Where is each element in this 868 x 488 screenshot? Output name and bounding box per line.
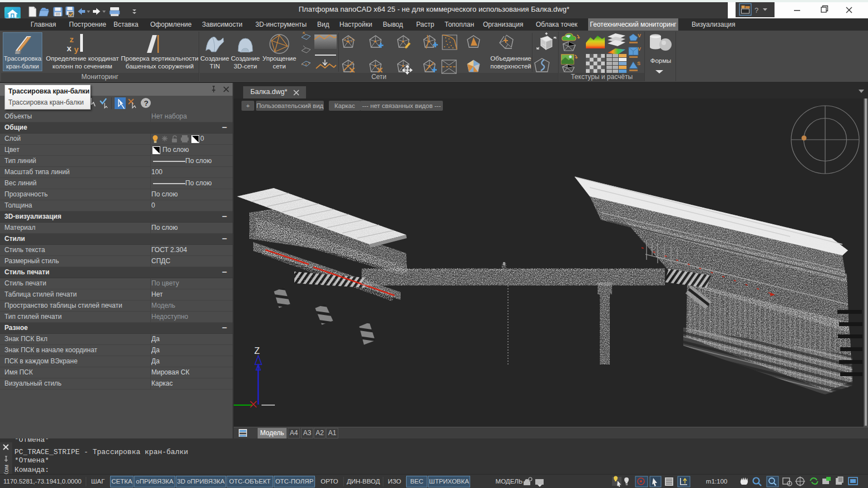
svg-text:Z: Z [254,346,260,356]
svg-text:?: ? [144,99,149,107]
svg-text:x: x [67,43,72,53]
svg-text:y: y [74,45,79,54]
svg-text:V: V [638,33,641,38]
svg-text:Ком: Ком [3,465,9,474]
svg-text:V: V [638,46,641,52]
svg-text:?: ? [754,6,758,14]
svg-text:S: S [637,61,640,66]
svg-text:z: z [70,34,74,44]
